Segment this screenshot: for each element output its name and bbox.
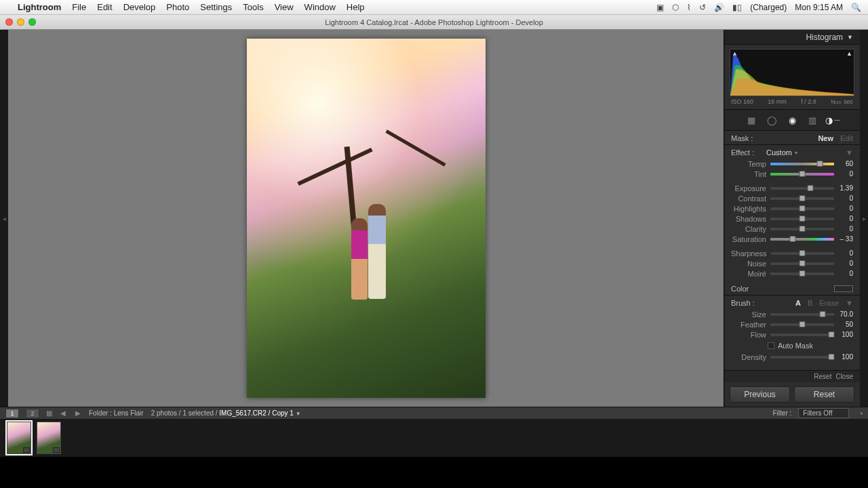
filmstrip[interactable] [0, 419, 868, 457]
screencast-icon[interactable]: ▣ [656, 3, 664, 12]
spot-tool-icon[interactable]: ◯ [764, 114, 779, 126]
slider-track[interactable] [770, 163, 834, 165]
redeye-tool-icon[interactable]: ◉ [785, 114, 800, 126]
menu-file[interactable]: File [72, 2, 86, 12]
nav-fwd-icon[interactable]: ▶ [74, 409, 82, 417]
thumbnail-1[interactable] [7, 422, 31, 454]
slider-handle[interactable] [829, 354, 835, 360]
slider-handle[interactable] [800, 321, 806, 327]
filter-lock-icon[interactable]: ▪ [860, 409, 863, 417]
slider-track[interactable] [770, 313, 834, 316]
slider-track[interactable] [770, 333, 834, 336]
brush-tool-icon[interactable]: ◑ [825, 114, 840, 126]
slider-track[interactable] [770, 323, 834, 326]
menu-window[interactable]: Window [304, 2, 336, 12]
brush-a[interactable]: A [795, 299, 801, 307]
slider-feather[interactable]: Feather50 [724, 319, 860, 329]
slider-handle[interactable] [800, 205, 806, 211]
slider-temp[interactable]: Temp60 [724, 159, 860, 169]
brush-b[interactable]: B [808, 299, 812, 307]
secondary-display-2[interactable]: 2 [26, 409, 39, 418]
menu-edit[interactable]: Edit [97, 2, 112, 12]
slider-handle[interactable] [820, 311, 826, 317]
slider-handle[interactable] [800, 260, 806, 266]
file-menu-icon[interactable]: ▼ [296, 411, 301, 417]
canvas-area[interactable] [8, 30, 724, 407]
battery-icon[interactable]: ▮▯ [732, 3, 742, 12]
slider-handle[interactable] [800, 216, 806, 222]
slider-track[interactable] [770, 197, 834, 200]
slider-handle[interactable] [789, 236, 795, 242]
app-name[interactable]: Lightroom [18, 2, 61, 12]
effect-popup-icon[interactable]: ▾ [795, 150, 797, 156]
effect-value[interactable]: Custom [766, 148, 792, 157]
dropbox-icon[interactable]: ⬡ [672, 3, 679, 12]
slider-handle[interactable] [808, 185, 814, 191]
previous-button[interactable]: Previous [730, 386, 790, 403]
secondary-display-1[interactable]: 1 [5, 409, 19, 418]
menu-help[interactable]: Help [347, 2, 365, 12]
effect-collapse-icon[interactable]: ▼ [846, 148, 853, 157]
slider-handle[interactable] [800, 195, 806, 201]
slider-flow[interactable]: Flow100 [724, 329, 860, 340]
spotlight-icon[interactable]: 🔍 [851, 3, 861, 12]
menu-photo[interactable]: Photo [166, 2, 189, 12]
clock[interactable]: Mon 9:15 AM [795, 3, 843, 12]
slider-tint[interactable]: Tint0 [724, 169, 860, 179]
slider-handle[interactable] [800, 171, 806, 177]
menu-view[interactable]: View [275, 2, 294, 12]
slider-track[interactable] [770, 173, 834, 176]
slider-exposure[interactable]: Exposure1.39 [724, 183, 860, 193]
slider-track[interactable] [770, 207, 834, 210]
slider-track[interactable] [770, 356, 834, 359]
wifi-icon[interactable]: ⌇ [687, 3, 691, 12]
slider-saturation[interactable]: Saturation– 33 [724, 234, 860, 244]
mask-new[interactable]: New [818, 134, 833, 142]
grid-view-icon[interactable]: ▦ [46, 409, 52, 417]
automask-checkbox[interactable] [768, 342, 774, 349]
photo-preview[interactable] [247, 39, 486, 398]
filter-select[interactable]: Filters Off [798, 408, 849, 418]
slider-handle[interactable] [800, 270, 806, 277]
left-panel-expand[interactable]: ◂ [0, 30, 8, 407]
slider-contrast[interactable]: Contrast0 [724, 193, 860, 203]
window-zoom-button[interactable] [28, 18, 36, 26]
menu-tools[interactable]: Tools [243, 2, 263, 12]
slider-handle[interactable] [829, 331, 835, 338]
brush-erase[interactable]: Erase [819, 299, 839, 307]
slider-track[interactable] [770, 238, 834, 241]
slider-track[interactable] [770, 228, 834, 230]
nav-back-icon[interactable]: ◀ [59, 409, 67, 417]
menu-settings[interactable]: Settings [200, 2, 232, 12]
window-minimize-button[interactable] [17, 18, 24, 26]
slider-sharpness[interactable]: Sharpness0 [724, 248, 860, 258]
brush-collapse-icon[interactable]: ▼ [846, 299, 853, 307]
menu-develop[interactable]: Develop [123, 2, 156, 12]
slider-handle[interactable] [817, 161, 823, 167]
slider-density[interactable]: Density100 [724, 352, 860, 362]
thumbnail-2[interactable] [37, 422, 61, 454]
reset-button[interactable]: Reset [794, 386, 854, 403]
slider-shadows[interactable]: Shadows0 [724, 214, 860, 224]
slider-track[interactable] [770, 272, 834, 275]
window-close-button[interactable] [5, 18, 13, 26]
slider-track[interactable] [770, 218, 834, 220]
crop-tool-icon[interactable]: ▦ [744, 114, 759, 126]
gradient-tool-icon[interactable]: ▥ [805, 114, 820, 126]
histogram-header[interactable]: Histogram ▼ [724, 30, 860, 45]
timemachine-icon[interactable]: ↺ [699, 3, 706, 12]
color-swatch[interactable] [834, 285, 853, 292]
brush-close[interactable]: Close [835, 373, 853, 380]
volume-icon[interactable]: 🔊 [714, 3, 724, 12]
slider-handle[interactable] [800, 226, 806, 232]
slider-track[interactable] [770, 187, 834, 190]
folder-name[interactable]: Lens Flair [114, 409, 144, 417]
right-panel-expand[interactable]: ▸ [860, 30, 868, 407]
slider-track[interactable] [771, 252, 834, 255]
slider-moiré[interactable]: Moiré0 [724, 268, 860, 279]
slider-handle[interactable] [800, 250, 806, 256]
slider-track[interactable] [770, 262, 834, 265]
histogram-display[interactable]: ▲ ▲ [730, 49, 854, 96]
slider-clarity[interactable]: Clarity0 [724, 224, 860, 234]
slider-noise[interactable]: Noise0 [724, 258, 860, 268]
